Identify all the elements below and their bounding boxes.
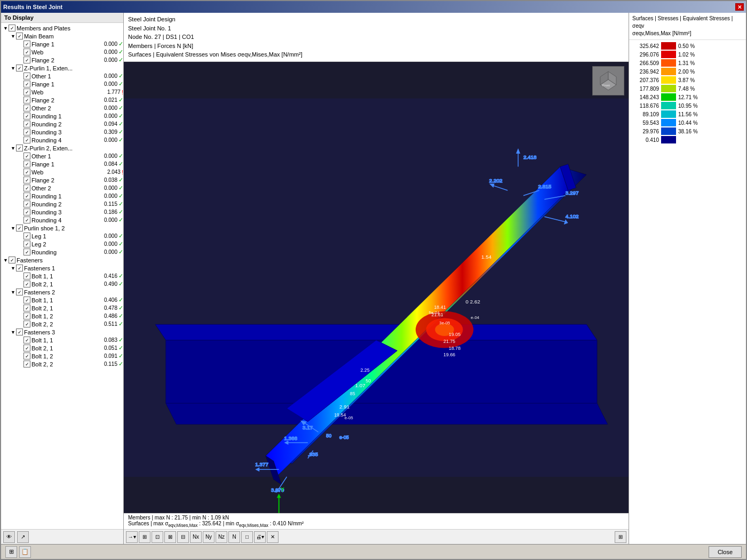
toolbar-btn-0[interactable]: →▾ <box>126 531 138 543</box>
tree-item-rounding1-b: Rounding 10.000✓ <box>1 112 123 120</box>
checkbox-rounding2-c[interactable] <box>23 201 30 207</box>
checkbox-flange2-a[interactable] <box>23 57 30 63</box>
tree-item-fasteners2[interactable]: ▼Fasteners 2 <box>1 288 123 296</box>
tree-item-purlin-shoe[interactable]: ▼Purlin shoe 1, 2 <box>1 224 123 232</box>
toolbar-btn-10[interactable]: 🖨▾ <box>254 531 266 543</box>
status-line1: Members | max N : 21.75 | min N : 1.09 k… <box>128 515 304 521</box>
expand-arrow[interactable]: ▼ <box>11 66 16 71</box>
checkbox-bolt22-f3[interactable] <box>23 361 30 367</box>
toolbar-results-btn[interactable]: ⊞ <box>615 531 626 543</box>
checkbox-leg2[interactable] <box>23 241 30 247</box>
checkbox-rounding-d[interactable] <box>23 249 30 255</box>
value-rounding2-c: 0.115 <box>97 201 117 207</box>
expand-arrow[interactable]: ▼ <box>11 146 16 151</box>
svg-text:19.66: 19.66 <box>443 352 455 357</box>
header-line-0: Steel Joint Design <box>128 15 624 24</box>
expand-arrow[interactable]: ▼ <box>11 34 16 39</box>
checkbox-flange2-c[interactable] <box>23 177 30 183</box>
checkbox-bolt11-f2[interactable] <box>23 297 30 303</box>
tree-item-zpurlin1[interactable]: ▼Z-Purlin 1, Exten... <box>1 64 123 72</box>
toolbar-btn-8[interactable]: N <box>228 531 240 543</box>
checkbox-bolt22-f2[interactable] <box>23 321 30 327</box>
label-bolt21-f2: Bolt 2, 1 <box>31 305 97 311</box>
checkbox-bolt11-f1[interactable] <box>23 273 30 279</box>
tree-item-members-plates[interactable]: ▼Members and Plates <box>1 24 123 32</box>
checkbox-rounding4-b[interactable] <box>23 137 30 143</box>
toolbar-btn-9[interactable]: □ <box>241 531 253 543</box>
legend-title-line1: Surfaces | Stresses | Equivalent Stresse… <box>632 15 743 30</box>
checkbox-fasteners1[interactable] <box>16 265 23 271</box>
eye-icon-btn[interactable]: 👁 <box>3 531 15 543</box>
checkbox-bolt11-f3[interactable] <box>23 337 30 343</box>
checkbox-bolt12-f3[interactable] <box>23 353 30 359</box>
checkbox-other2-b[interactable] <box>23 105 30 111</box>
checkbox-flange1-c[interactable] <box>23 161 30 167</box>
checkbox-zpurlin1[interactable] <box>16 65 23 71</box>
close-button[interactable]: Close <box>709 546 742 558</box>
tree-item-main-beam[interactable]: ▼Main Beam <box>1 32 123 40</box>
status-icon-2[interactable]: 📋 <box>19 546 31 558</box>
viewport-bottom: Members | max N : 21.75 | min N : 1.09 k… <box>124 513 629 529</box>
checkbox-main-beam[interactable] <box>16 33 23 39</box>
toolbar-btn-1[interactable]: ⊞ <box>139 531 150 543</box>
toolbar-btn-2[interactable]: ⊡ <box>152 531 163 543</box>
tree-item-fasteners1[interactable]: ▼Fasteners 1 <box>1 264 123 272</box>
label-flange1-b: Flange 1 <box>31 81 97 87</box>
checkbox-fasteners3[interactable] <box>16 329 23 335</box>
checkbox-flange2-b[interactable] <box>23 97 30 103</box>
checkbox-web-a[interactable] <box>23 49 30 55</box>
checkbox-members-plates[interactable] <box>9 25 15 31</box>
expand-arrow[interactable]: ▼ <box>11 330 16 335</box>
checkbox-purlin-shoe[interactable] <box>16 225 23 231</box>
expand-arrow[interactable]: ▼ <box>11 226 16 231</box>
checkbox-other1-c[interactable] <box>23 153 30 159</box>
expand-arrow[interactable]: ▼ <box>3 26 9 31</box>
expand-arrow[interactable]: ▼ <box>11 266 16 271</box>
tree-container[interactable]: ▼Members and Plates▼Main BeamFlange 10.0… <box>1 23 123 529</box>
status-ok-bolt22-f2: ✓ <box>118 321 123 327</box>
legend-pct-8: 11.56 % <box>678 111 698 117</box>
tree-item-fasteners[interactable]: ▼Fasteners <box>1 256 123 264</box>
expand-arrow[interactable]: ▼ <box>3 258 9 263</box>
checkbox-bolt21-f3[interactable] <box>23 345 30 351</box>
checkbox-rounding3-b[interactable] <box>23 129 30 135</box>
tree-item-fasteners3[interactable]: ▼Fasteners 3 <box>1 328 123 336</box>
checkbox-web-b[interactable] <box>23 89 30 95</box>
checkbox-leg1[interactable] <box>23 233 30 239</box>
toolbar-btn-7[interactable]: Nz <box>216 531 227 543</box>
status-ok-flange1-b: ✓ <box>118 81 123 87</box>
toolbar-btn-6[interactable]: Ny <box>203 531 214 543</box>
checkbox-web-c[interactable] <box>23 169 30 175</box>
checkbox-bolt21-f1[interactable] <box>23 281 30 287</box>
tree-item-zpurlin2[interactable]: ▼Z-Purlin 2, Exten... <box>1 144 123 152</box>
arrow-icon-btn[interactable]: ↗ <box>17 531 29 543</box>
checkbox-fasteners[interactable] <box>9 257 15 263</box>
checkbox-rounding1-c[interactable] <box>23 193 30 199</box>
window-title: Results in Steel Joint <box>3 4 62 10</box>
checkbox-bolt21-f2[interactable] <box>23 305 30 311</box>
checkbox-fasteners2[interactable] <box>16 289 23 295</box>
3d-cube-navigator[interactable]: Front <box>592 66 624 95</box>
checkbox-other2-c[interactable] <box>23 185 30 191</box>
checkbox-zpurlin2[interactable] <box>16 145 23 151</box>
status-icon-1[interactable]: ⊞ <box>5 546 17 558</box>
status-text: Members | max N : 21.75 | min N : 1.09 k… <box>128 515 304 528</box>
checkbox-rounding2-b[interactable] <box>23 121 30 127</box>
expand-arrow[interactable]: ▼ <box>11 290 16 295</box>
status-ok-flange2-a: ✓ <box>118 57 123 63</box>
toolbar-btn-4[interactable]: ⊟ <box>177 531 189 543</box>
legend-row-10: 29.976 38.16 % <box>631 127 744 135</box>
checkbox-rounding4-c[interactable] <box>23 217 30 223</box>
checkbox-flange1-b[interactable] <box>23 81 30 87</box>
legend-pct-6: 12.71 % <box>678 94 698 100</box>
toolbar-btn-5[interactable]: Nx <box>190 531 202 543</box>
checkbox-bolt12-f2[interactable] <box>23 313 30 319</box>
right-panel: Surfaces | Stresses | Equivalent Stresse… <box>629 13 746 544</box>
checkbox-other1-b[interactable] <box>23 73 30 79</box>
checkbox-flange1-a[interactable] <box>23 41 30 47</box>
toolbar-btn-11[interactable]: ✕ <box>267 531 279 543</box>
close-window-button[interactable]: ✕ <box>735 3 744 11</box>
checkbox-rounding3-c[interactable] <box>23 209 30 215</box>
toolbar-btn-3[interactable]: ⊠ <box>164 531 176 543</box>
checkbox-rounding1-b[interactable] <box>23 113 30 119</box>
